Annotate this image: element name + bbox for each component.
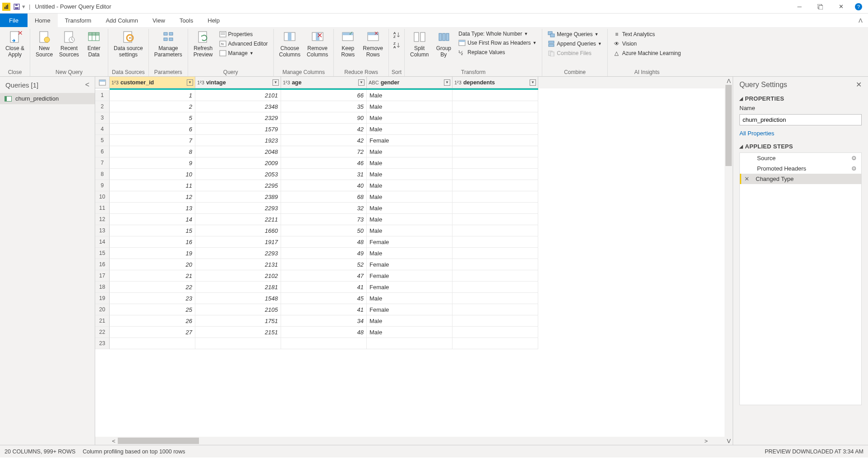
applied-step[interactable]: ✕Changed Type (740, 174, 861, 184)
cell[interactable] (452, 146, 538, 157)
tab-add-column[interactable]: Add Column (98, 14, 145, 27)
cell[interactable]: Female (367, 259, 452, 270)
tab-tools[interactable]: Tools (172, 14, 200, 27)
cell[interactable]: Male (367, 225, 452, 236)
status-profiling[interactable]: Column profiling based on top 1000 rows (83, 448, 185, 455)
help-icon[interactable]: ? (855, 3, 862, 10)
cell[interactable]: 42 (281, 135, 367, 146)
all-properties-link[interactable]: All Properties (739, 130, 774, 137)
column-header-vintage[interactable]: 1²3vintage▼ (195, 77, 281, 88)
filter-dropdown[interactable]: ▼ (187, 79, 193, 86)
cell[interactable]: 2293 (195, 203, 281, 214)
cell[interactable]: 9 (110, 157, 195, 169)
vscroll-thumb[interactable] (725, 85, 732, 166)
type-icon[interactable]: 1²3 (111, 80, 119, 85)
cell[interactable] (452, 180, 538, 191)
tab-file[interactable]: File (0, 14, 28, 27)
cell[interactable]: Male (367, 203, 452, 214)
cell[interactable]: 45 (281, 293, 367, 304)
split-column-button[interactable]: Split Column (407, 29, 431, 59)
data-type-dropdown[interactable]: Data Type: Whole Number ▼ (456, 30, 539, 38)
row-number[interactable]: 9 (95, 180, 110, 191)
cell[interactable]: 41 (281, 282, 367, 293)
cell[interactable]: Male (367, 90, 452, 101)
filter-dropdown[interactable]: ▼ (358, 79, 365, 86)
vertical-scrollbar[interactable]: ᐱ ᐯ (725, 77, 733, 445)
cell[interactable]: 2009 (195, 157, 281, 169)
collapse-ribbon-button[interactable]: ᐱ (853, 14, 868, 27)
cell[interactable]: Male (367, 101, 452, 112)
cell[interactable]: 50 (281, 225, 367, 236)
save-icon[interactable] (13, 3, 20, 10)
tab-home[interactable]: Home (28, 14, 58, 27)
cell[interactable]: 68 (281, 191, 367, 203)
cell[interactable]: 31 (281, 169, 367, 180)
row-number[interactable]: 7 (95, 157, 110, 169)
cell[interactable]: 47 (281, 270, 367, 282)
row-number[interactable]: 21 (95, 315, 110, 327)
cell[interactable]: Male (367, 214, 452, 225)
scroll-left-button[interactable]: < (110, 437, 118, 444)
sort-asc-button[interactable]: AZ (392, 30, 402, 40)
table-row[interactable]: 1214221173Male (95, 214, 725, 225)
cell[interactable]: 2 (110, 101, 195, 112)
new-source-button[interactable]: New Source (33, 29, 55, 59)
cell[interactable] (110, 338, 195, 349)
gear-icon[interactable]: ⚙ (851, 155, 857, 162)
type-icon[interactable]: 1²3 (454, 80, 462, 85)
cell[interactable] (452, 259, 538, 270)
cell[interactable]: Male (367, 146, 452, 157)
cell[interactable]: 1660 (195, 225, 281, 236)
delete-step-icon[interactable]: ✕ (744, 176, 749, 182)
cell[interactable]: 2048 (195, 146, 281, 157)
cell[interactable]: 2151 (195, 327, 281, 338)
cell[interactable]: 27 (110, 327, 195, 338)
row-number[interactable]: 2 (95, 101, 110, 112)
cell[interactable]: 46 (281, 157, 367, 169)
keep-rows-button[interactable]: ✓Keep Rows (337, 29, 359, 59)
cell[interactable]: Female (367, 135, 452, 146)
cell[interactable]: 1917 (195, 236, 281, 248)
cell[interactable]: 16 (110, 236, 195, 248)
tab-view[interactable]: View (145, 14, 172, 27)
filter-dropdown[interactable]: ▼ (444, 79, 450, 86)
group-by-button[interactable]: Group By (432, 29, 455, 59)
cell[interactable]: 22 (110, 282, 195, 293)
cell[interactable]: 72 (281, 146, 367, 157)
row-number[interactable]: 1 (95, 90, 110, 101)
cell[interactable] (452, 236, 538, 248)
cell[interactable]: 49 (281, 248, 367, 259)
type-icon[interactable]: 1²3 (283, 80, 290, 85)
text-analytics-button[interactable]: ≡Text Analytics (610, 30, 683, 39)
cell[interactable] (452, 169, 538, 180)
cell[interactable] (452, 225, 538, 236)
properties-button[interactable]: Properties (217, 30, 271, 39)
first-row-headers-button[interactable]: Use First Row as Headers ▼ (456, 38, 539, 47)
maximize-button[interactable] (810, 0, 831, 14)
cell[interactable] (452, 135, 538, 146)
row-number[interactable]: 18 (95, 282, 110, 293)
cell[interactable]: 11 (110, 180, 195, 191)
cell[interactable]: 2181 (195, 282, 281, 293)
cell[interactable]: Male (367, 157, 452, 169)
cell[interactable]: Male (367, 248, 452, 259)
cell[interactable]: 35 (281, 101, 367, 112)
cell[interactable] (452, 112, 538, 124)
cell[interactable]: 2295 (195, 180, 281, 191)
table-row[interactable]: 1519229349Male (95, 248, 725, 259)
cell[interactable]: 2131 (195, 259, 281, 270)
cell[interactable]: Male (367, 191, 452, 203)
query-item[interactable]: churn_prediction (0, 93, 95, 104)
table-row[interactable]: 22234835Male (95, 101, 725, 112)
cell[interactable] (452, 293, 538, 304)
grid-corner[interactable] (95, 77, 110, 88)
cell[interactable]: Female (367, 270, 452, 282)
cell[interactable]: 15 (110, 225, 195, 236)
cell[interactable]: 14 (110, 214, 195, 225)
cell[interactable]: 2105 (195, 304, 281, 315)
row-number[interactable]: 3 (95, 112, 110, 124)
row-number[interactable]: 13 (95, 225, 110, 236)
type-icon[interactable]: 1²3 (197, 80, 204, 85)
query-name-input[interactable] (739, 114, 862, 125)
cell[interactable]: 2348 (195, 101, 281, 112)
